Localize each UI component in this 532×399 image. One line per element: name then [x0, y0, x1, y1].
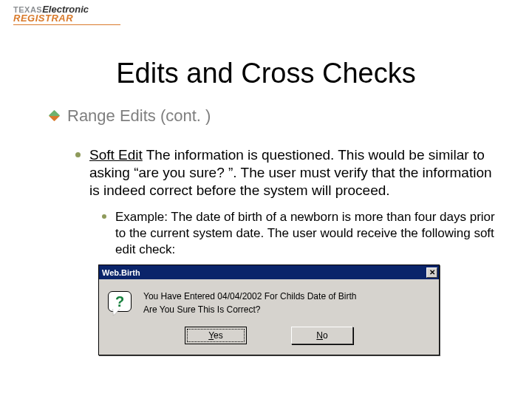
dialog-titlebar: Web.Birth ✕	[99, 265, 439, 279]
logo-underline	[13, 24, 120, 25]
dialog-body: ? You Have Entered 04/04/2002 For Childs…	[99, 279, 439, 322]
soft-edit-body: The information is questioned. This woul…	[89, 147, 492, 198]
level3-text: Example: The date of birth of a newborn …	[115, 209, 502, 258]
logo-registrar: REGISTRAR	[13, 13, 120, 23]
question-bubble-tail	[111, 309, 120, 316]
dialog-button-row: Yes No	[99, 322, 439, 355]
level2-text: Soft Edit The information is questioned.…	[89, 146, 502, 199]
diamond-bullet-icon	[50, 112, 58, 120]
dot-bullet-icon	[102, 214, 106, 219]
dialog-message: You Have Entered 04/04/2002 For Childs D…	[143, 290, 356, 316]
bullet-level2: Soft Edit The information is questioned.…	[75, 146, 502, 199]
no-mnemonic: N	[316, 330, 323, 341]
soft-edit-term: Soft Edit	[89, 147, 143, 163]
dialog-title: Web.Birth	[102, 268, 140, 277]
question-icon: ?	[108, 291, 133, 316]
no-rest: o	[323, 330, 328, 341]
soft-edit-dialog: Web.Birth ✕ ? You Have Entered 04/04/200…	[98, 265, 440, 355]
slide-content: Range Edits (cont. ) Soft Edit The infor…	[50, 106, 502, 259]
yes-rest: es	[214, 330, 223, 341]
brand-logo: TEXASElectronic REGISTRAR	[13, 4, 120, 25]
close-icon: ✕	[429, 268, 435, 276]
no-button[interactable]: No	[291, 327, 353, 344]
yes-button[interactable]: Yes	[185, 327, 247, 344]
dot-bullet-icon	[75, 152, 81, 157]
level1-text: Range Edits (cont. )	[67, 106, 211, 126]
close-button[interactable]: ✕	[426, 267, 437, 278]
dialog-message-line2: Are You Sure This Is Correct?	[143, 303, 356, 316]
bullet-level1: Range Edits (cont. )	[50, 106, 502, 126]
bullet-level3: Example: The date of birth of a newborn …	[102, 209, 502, 258]
slide-title: Edits and Cross Checks	[0, 58, 532, 89]
dialog-message-line1: You Have Entered 04/04/2002 For Childs D…	[143, 290, 356, 303]
